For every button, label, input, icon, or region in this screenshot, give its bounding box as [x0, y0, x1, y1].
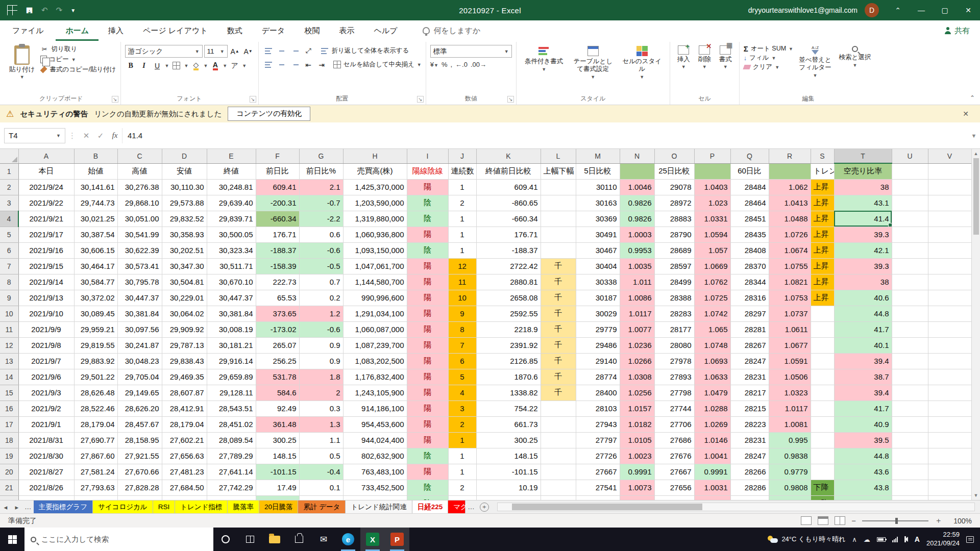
zoom-slider-handle[interactable]: [895, 518, 898, 524]
grid-cell[interactable]: 上昇: [811, 258, 834, 274]
grid-cell[interactable]: 千: [541, 369, 576, 385]
autosum-button[interactable]: Σオート SUM▼: [744, 44, 793, 53]
grid-cell[interactable]: 802,632,900: [343, 448, 407, 464]
ribbon-tab[interactable]: データ: [252, 20, 295, 41]
grid-cell[interactable]: 30467: [576, 242, 620, 258]
grid-cell[interactable]: 30338: [576, 274, 620, 290]
grid-cell[interactable]: 27943: [576, 416, 620, 432]
grid-cell[interactable]: 2021/9/13: [18, 290, 74, 306]
grid-cell[interactable]: -860.65: [476, 195, 541, 211]
grid-cell[interactable]: 256.25: [256, 353, 299, 369]
align-right-icon[interactable]: [289, 59, 301, 70]
sheet-tab[interactable]: 日経225: [412, 500, 449, 513]
grid-cell[interactable]: 1.0479: [694, 385, 730, 400]
grid-cell[interactable]: 954,453,600: [343, 416, 407, 432]
grid-cell[interactable]: 千: [541, 274, 576, 290]
font-color-icon[interactable]: A: [209, 60, 221, 71]
grid-cell[interactable]: 29,639.40: [207, 195, 256, 211]
grid-cell[interactable]: 2218.9: [476, 321, 541, 337]
grid-cell[interactable]: [928, 464, 971, 480]
redo-icon[interactable]: ↷: [56, 6, 63, 15]
column-header-B[interactable]: B: [74, 149, 117, 163]
zoom-in-icon[interactable]: ＋: [935, 516, 942, 525]
grid-cell[interactable]: 2880.81: [476, 274, 541, 290]
percent-style-icon[interactable]: %: [442, 61, 448, 68]
ribbon-tab[interactable]: 挿入: [99, 20, 133, 41]
grid-cell[interactable]: [892, 306, 928, 321]
grid-cell[interactable]: 1.0308: [620, 369, 654, 385]
grid-cell[interactable]: 千: [541, 337, 576, 353]
grid-cell[interactable]: 30,141.61: [74, 179, 117, 195]
grid-cell[interactable]: 1.0077: [620, 321, 654, 337]
grid-cell[interactable]: 28,451.02: [207, 416, 256, 432]
grid-cell[interactable]: 28499: [654, 274, 694, 290]
grid-cell[interactable]: [541, 464, 576, 480]
grid-cell[interactable]: 1,060,087,000: [343, 321, 407, 337]
grid-cell[interactable]: 千: [541, 290, 576, 306]
grid-cell[interactable]: 661.73: [476, 416, 541, 432]
grid-cell[interactable]: 1.0323: [769, 385, 811, 400]
ribbon-tab[interactable]: ページ レイアウト: [133, 20, 217, 41]
insert-function-icon[interactable]: fx: [108, 131, 122, 140]
grid-cell[interactable]: [541, 242, 576, 258]
grid-cell[interactable]: 30,500.05: [207, 227, 256, 242]
row-header-16[interactable]: 16: [0, 400, 18, 416]
grid-cell[interactable]: 29,469.35: [162, 369, 207, 385]
column-header-E[interactable]: E: [207, 149, 256, 163]
grid-cell[interactable]: 0.5: [299, 448, 343, 464]
grid-cell[interactable]: 1: [448, 227, 476, 242]
grid-cell[interactable]: 1.0269: [694, 416, 730, 432]
grid-cell[interactable]: [892, 448, 928, 464]
grid-cell[interactable]: 27,921.55: [117, 448, 162, 464]
grid-cell[interactable]: 28247: [730, 448, 769, 464]
grid-cell[interactable]: -101.15: [256, 464, 299, 480]
grid-cell[interactable]: 1,291,034,100: [343, 306, 407, 321]
row-header-12[interactable]: 12: [0, 337, 18, 353]
grid-cell[interactable]: 27798: [654, 385, 694, 400]
grid-cell[interactable]: 28297: [730, 306, 769, 321]
row-header-21[interactable]: 21: [0, 480, 18, 495]
grid-cell[interactable]: [892, 227, 928, 242]
grid-cell[interactable]: 1,203,590,000: [343, 195, 407, 211]
zoom-level[interactable]: 100%: [948, 517, 972, 525]
scroll-down-icon[interactable]: ▼: [974, 491, 978, 500]
grid-cell[interactable]: 27,581.24: [74, 464, 117, 480]
grid-cell[interactable]: 27449: [576, 495, 620, 500]
column-header-A[interactable]: A: [18, 149, 74, 163]
grid-cell[interactable]: 28790: [654, 227, 694, 242]
grid-cell[interactable]: [892, 416, 928, 432]
grid-cell[interactable]: -173.02: [256, 321, 299, 337]
grid-cell[interactable]: 30,670.10: [207, 274, 256, 290]
grid-cell[interactable]: 1.0755: [769, 258, 811, 274]
grid-cell[interactable]: 40.9: [834, 416, 892, 432]
grid-cell[interactable]: 30187: [576, 290, 620, 306]
grid-cell[interactable]: 1,243,105,900: [343, 385, 407, 400]
grid-cell[interactable]: 1.0677: [769, 337, 811, 353]
decrease-indent-icon[interactable]: ⇤: [303, 59, 314, 70]
grid-cell[interactable]: 1.0488: [769, 211, 811, 227]
grid-cell[interactable]: 1.0403: [694, 179, 730, 195]
grid-cell[interactable]: 陽: [407, 306, 448, 321]
grid-cell[interactable]: 43.8: [834, 495, 892, 500]
grid-cell[interactable]: 28408: [730, 242, 769, 258]
grid-cell[interactable]: -2.2: [299, 211, 343, 227]
grid-cell[interactable]: [892, 480, 928, 495]
grid-cell[interactable]: 28883: [654, 211, 694, 227]
increase-indent-icon[interactable]: ⇥: [316, 59, 328, 70]
grid-cell[interactable]: 754.22: [476, 400, 541, 416]
grid-cell[interactable]: 2021/8/31: [18, 432, 74, 448]
scroll-up-icon[interactable]: ▲: [974, 149, 978, 158]
grid-cell[interactable]: 28,522.46: [74, 400, 117, 416]
font-size-combo[interactable]: 11▼: [204, 45, 228, 58]
grid-cell[interactable]: 1870.6: [476, 369, 541, 385]
grid-cell[interactable]: 2021/9/3: [18, 385, 74, 400]
grid-cell[interactable]: 1.0086: [620, 290, 654, 306]
grid-cell[interactable]: 1.0041: [694, 448, 730, 464]
ribbon-tab[interactable]: ホーム: [56, 20, 99, 41]
grid-cell[interactable]: 60日比: [730, 163, 769, 179]
column-header-G[interactable]: G: [299, 149, 343, 163]
grid-cell[interactable]: 27,602.21: [162, 432, 207, 448]
grid-cell[interactable]: 28231: [730, 369, 769, 385]
grid-cell[interactable]: 27706: [654, 416, 694, 432]
column-header-N[interactable]: N: [620, 149, 654, 163]
